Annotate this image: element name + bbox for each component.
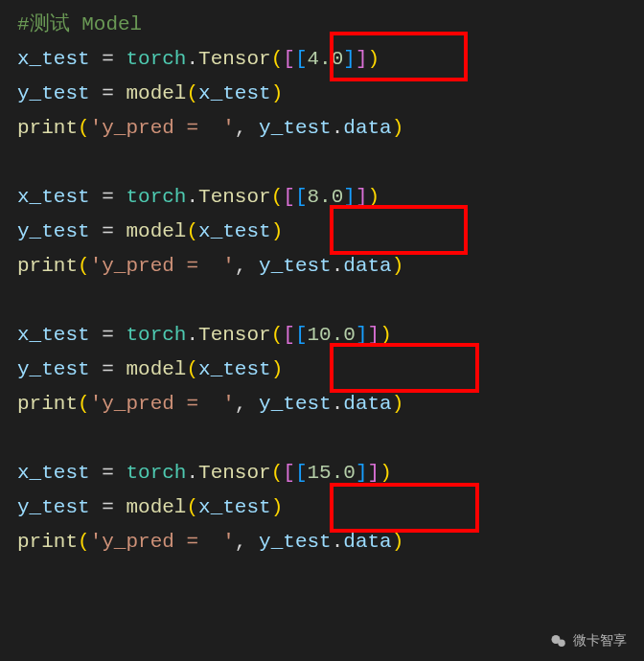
method-tensor: Tensor	[198, 186, 271, 208]
tensor-value: 10.0	[308, 324, 356, 346]
func-print: print	[17, 117, 78, 139]
paren-close: )	[392, 531, 404, 553]
code-block: #测试 Model x_test = torch.Tensor([[4.0]])…	[0, 0, 644, 567]
var-ytest-ref: y_test	[259, 393, 332, 415]
module-torch: torch	[126, 324, 186, 346]
comma: ,	[235, 117, 259, 139]
line-ytest-3: y_test = model(x_test)	[17, 496, 283, 518]
var-ytest: y_test	[17, 358, 90, 380]
tensor-value: 15.0	[308, 462, 356, 484]
line-print-1: print('y_pred = ', y_test.data)	[17, 255, 403, 277]
paren-open: (	[271, 462, 284, 484]
paren-close: )	[271, 496, 284, 518]
bracket-open-1: [	[283, 462, 295, 484]
func-print: print	[17, 531, 78, 553]
string-literal: 'y_pred = '	[90, 255, 235, 277]
line-xtest-1: x_test = torch.Tensor([[8.0]])	[17, 186, 380, 208]
bracket-close-1: ]	[356, 48, 368, 70]
dot: .	[332, 255, 344, 277]
bracket-open-2: [	[295, 48, 308, 70]
var-ytest: y_test	[17, 496, 90, 518]
dot: .	[332, 531, 344, 553]
paren-close: )	[271, 358, 284, 380]
module-torch: torch	[126, 462, 186, 484]
line-xtest-3: x_test = torch.Tensor([[15.0]])	[17, 462, 392, 484]
paren-close: )	[368, 48, 380, 70]
paren-open: (	[186, 82, 198, 104]
wechat-icon	[550, 632, 567, 650]
dot: .	[332, 117, 344, 139]
assign-op: =	[90, 220, 126, 242]
paren-close: )	[368, 186, 380, 208]
attr-data: data	[343, 117, 391, 139]
comment-text-cn: 测试	[30, 13, 70, 35]
bracket-open-2: [	[295, 324, 308, 346]
paren-open: (	[186, 496, 198, 518]
attr-data: data	[343, 531, 391, 553]
func-model: model	[126, 358, 186, 380]
attr-data: data	[343, 255, 391, 277]
comment-text-model: Model	[70, 13, 143, 35]
paren-open: (	[78, 531, 90, 553]
method-tensor: Tensor	[198, 48, 271, 70]
line-ytest-1: y_test = model(x_test)	[17, 220, 283, 242]
paren-close: )	[392, 393, 404, 415]
paren-open: (	[78, 117, 90, 139]
comma: ,	[235, 255, 259, 277]
line-xtest-2: x_test = torch.Tensor([[10.0]])	[17, 324, 392, 346]
string-literal: 'y_pred = '	[90, 117, 235, 139]
var-xtest: x_test	[17, 324, 90, 346]
dot: .	[186, 324, 198, 346]
svg-point-1	[558, 640, 565, 648]
line-print-3: print('y_pred = ', y_test.data)	[17, 531, 403, 553]
var-xtest: x_test	[17, 48, 90, 70]
func-model: model	[126, 220, 186, 242]
paren-open: (	[271, 324, 284, 346]
module-torch: torch	[126, 186, 186, 208]
arg-xtest: x_test	[198, 496, 271, 518]
var-ytest: y_test	[17, 82, 90, 104]
paren-open: (	[271, 48, 284, 70]
var-ytest-ref: y_test	[259, 255, 332, 277]
tensor-value: 4.0	[308, 48, 344, 70]
paren-close: )	[380, 462, 392, 484]
paren-open: (	[78, 255, 90, 277]
assign-op: =	[90, 82, 126, 104]
bracket-open-2: [	[295, 462, 308, 484]
paren-close: )	[271, 82, 284, 104]
comment-hash: #	[17, 13, 30, 35]
line-ytest-2: y_test = model(x_test)	[17, 358, 283, 380]
bracket-close-2: ]	[343, 186, 356, 208]
dot: .	[332, 393, 344, 415]
line-print-0: print('y_pred = ', y_test.data)	[17, 117, 403, 139]
bracket-close-1: ]	[368, 324, 380, 346]
bracket-close-1: ]	[368, 462, 380, 484]
line-ytest-0: y_test = model(x_test)	[17, 82, 283, 104]
var-ytest: y_test	[17, 220, 90, 242]
func-model: model	[126, 496, 186, 518]
var-ytest-ref: y_test	[259, 531, 332, 553]
string-literal: 'y_pred = '	[90, 531, 235, 553]
assign-op: =	[90, 324, 126, 346]
dot: .	[186, 48, 198, 70]
bracket-open-1: [	[283, 324, 295, 346]
arg-xtest: x_test	[198, 82, 271, 104]
assign-op: =	[90, 186, 126, 208]
paren-open: (	[186, 358, 198, 380]
assign-op: =	[90, 496, 126, 518]
dot: .	[186, 186, 198, 208]
func-print: print	[17, 255, 78, 277]
paren-open: (	[271, 186, 284, 208]
watermark: 微卡智享	[550, 632, 627, 650]
assign-op: =	[90, 48, 126, 70]
var-ytest-ref: y_test	[259, 117, 332, 139]
module-torch: torch	[126, 48, 186, 70]
line-xtest-0: x_test = torch.Tensor([[4.0]])	[17, 48, 380, 70]
bracket-close-2: ]	[356, 462, 368, 484]
var-xtest: x_test	[17, 186, 90, 208]
assign-op: =	[90, 358, 126, 380]
paren-close: )	[380, 324, 392, 346]
arg-xtest: x_test	[198, 358, 271, 380]
arg-xtest: x_test	[198, 220, 271, 242]
paren-open: (	[186, 220, 198, 242]
